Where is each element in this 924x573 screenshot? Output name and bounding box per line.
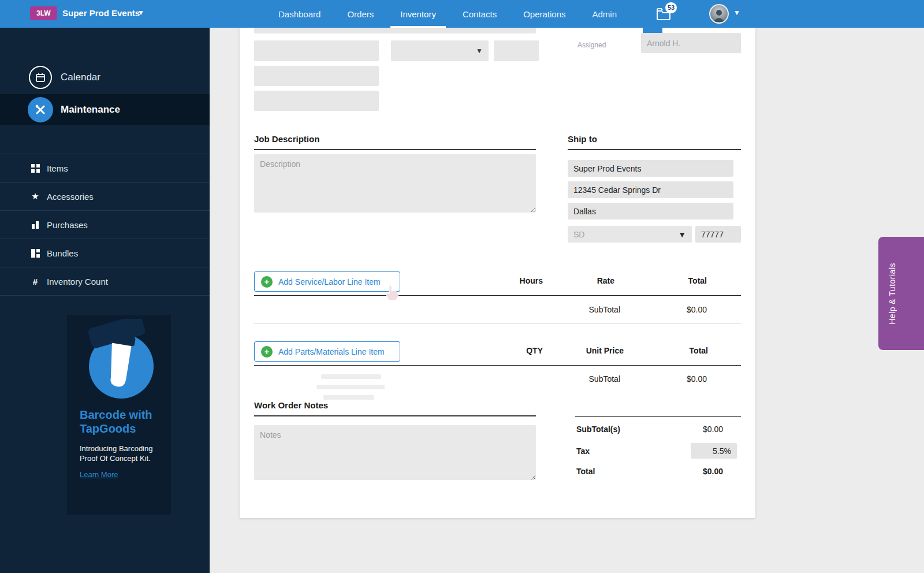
sidebar-calendar-label: Calendar [61,72,100,83]
add-parts-materials-button[interactable]: + Add Parts/Materials Line Item [254,341,400,362]
promo-title-line1: Barcode with [80,408,171,422]
sidebar-items-label: Items [47,163,68,173]
barcode-scanner-illustration [67,319,171,405]
nav-contacts[interactable]: Contacts [453,0,506,28]
skeleton-field-2[interactable] [494,40,539,61]
state-select-value: SD [573,230,584,239]
skeleton-field-3[interactable] [254,66,379,86]
job-description-title: Job Description [254,134,319,144]
divider [254,323,741,324]
sidebar: Calendar Maintenance Items [0,28,210,573]
divider [575,416,741,417]
promo-title-line2: TapGoods [80,422,171,436]
plus-icon: + [261,346,273,358]
sidebar-inventory-count-label: Inventory Count [47,277,108,286]
sidebar-bundles-label: Bundles [47,248,78,258]
sidebar-item-inventory-count[interactable]: # Inventory Count [0,267,210,296]
totals-subtotal-label: SubTotal(s) [576,425,620,434]
divider [254,149,536,150]
parts-subtotal-value: $0.00 [649,374,707,384]
add-service-labor-button[interactable]: + Add Service/Labor Line Item [254,271,400,292]
totals-total-value: $0.00 [665,467,723,476]
promo-body-line2: Proof Of Concept Kit. [80,453,171,463]
help-tutorials-tab[interactable]: Help & Tutorials [878,237,924,350]
hash-icon: # [30,277,40,286]
totals-subtotal-value: $0.00 [665,425,723,434]
top-nav: Dashboard Orders Inventory Contacts Oper… [269,0,627,28]
sidebar-item-maintenance[interactable]: Maintenance [0,94,210,125]
notification-count-badge: 53 [665,2,677,13]
sidebar-item-items[interactable]: Items [0,154,210,183]
bar-chart-icon [30,221,40,229]
sidebar-item-accessories[interactable]: ★ Accessories [0,183,210,211]
plus-icon: + [261,276,273,288]
tax-input[interactable] [691,443,737,459]
promo-card: Barcode with TapGoods Introducing Barcod… [67,315,171,515]
ship-to-title: Ship to [568,134,597,144]
skeleton-select[interactable]: ▼ [391,40,489,61]
ship-to-name-input[interactable] [568,160,733,177]
totals-total-label: Total [576,467,595,476]
work-order-card: ▼ Assigned Job Description Ship to SD ▼ … [240,28,755,518]
ship-to-street-input[interactable] [568,181,733,198]
assigned-input[interactable] [641,33,741,53]
divider [254,415,536,416]
ghost-text [321,374,381,379]
skeleton-field-4[interactable] [254,91,379,111]
service-col-hours: Hours [494,276,543,285]
sidebar-item-calendar[interactable]: Calendar [0,62,210,92]
sidebar-maintenance-label: Maintenance [61,104,120,116]
ghost-text [316,385,385,389]
chevron-down-icon[interactable]: ▼ [137,9,144,17]
divider [254,295,741,296]
parts-col-qty: QTY [494,346,543,355]
parts-col-unit-price: Unit Price [566,346,624,355]
add-service-labor-label: Add Service/Labor Line Item [278,277,381,286]
parts-subtotal-label: SubTotal [562,374,620,384]
ship-to-city-input[interactable] [568,203,733,219]
grid-icon [30,164,40,173]
chevron-down-icon: ▼ [476,47,483,55]
nav-inventory[interactable]: Inventory [390,0,446,28]
chevron-down-icon[interactable]: ▼ [733,9,740,17]
nav-orders[interactable]: Orders [337,0,383,28]
skeleton-field-1[interactable] [254,40,379,61]
bundles-icon [30,249,40,258]
ghost-text [323,395,374,400]
sidebar-accessories-label: Accessories [47,192,94,202]
chevron-down-icon: ▼ [678,230,686,239]
promo-learn-more-link[interactable]: Learn More [80,470,118,479]
assigned-label: Assigned [578,41,606,49]
service-col-total: Total [658,276,707,285]
add-parts-materials-label: Add Parts/Materials Line Item [278,347,385,356]
divider [568,149,741,150]
skeleton-field-top[interactable] [254,28,536,34]
nav-dashboard[interactable]: Dashboard [269,0,330,28]
divider [254,365,741,366]
ship-to-state-select[interactable]: SD ▼ [568,226,692,243]
avatar[interactable] [709,4,729,24]
calendar-icon [29,66,52,89]
maintenance-tools-icon [28,97,53,122]
sidebar-purchases-label: Purchases [47,220,88,230]
work-order-notes-textarea[interactable] [254,425,536,480]
service-subtotal-value: $0.00 [649,305,707,314]
star-icon: ★ [30,191,40,202]
sidebar-item-purchases[interactable]: Purchases [0,211,210,239]
nav-operations[interactable]: Operations [513,0,575,28]
work-order-notes-title: Work Order Notes [254,400,328,410]
org-name[interactable]: Super Prod Events [62,8,140,18]
top-navigation-bar: 3LW Super Prod Events ▼ Dashboard Orders… [0,0,924,28]
ship-to-zip-input[interactable] [695,226,741,243]
partial-blue-button[interactable] [643,28,662,33]
cursor-pointer [385,284,400,303]
help-tutorials-label: Help & Tutorials [888,263,897,325]
org-badge[interactable]: 3LW [30,6,57,20]
promo-body-line1: Introducing Barcoding [80,444,171,453]
service-col-rate: Rate [566,276,614,285]
parts-col-total: Total [660,346,708,355]
nav-admin[interactable]: Admin [583,0,627,28]
sidebar-item-bundles[interactable]: Bundles [0,239,210,267]
job-description-textarea[interactable] [254,154,536,213]
app-root: ▼ Assigned Job Description Ship to SD ▼ … [0,0,924,573]
